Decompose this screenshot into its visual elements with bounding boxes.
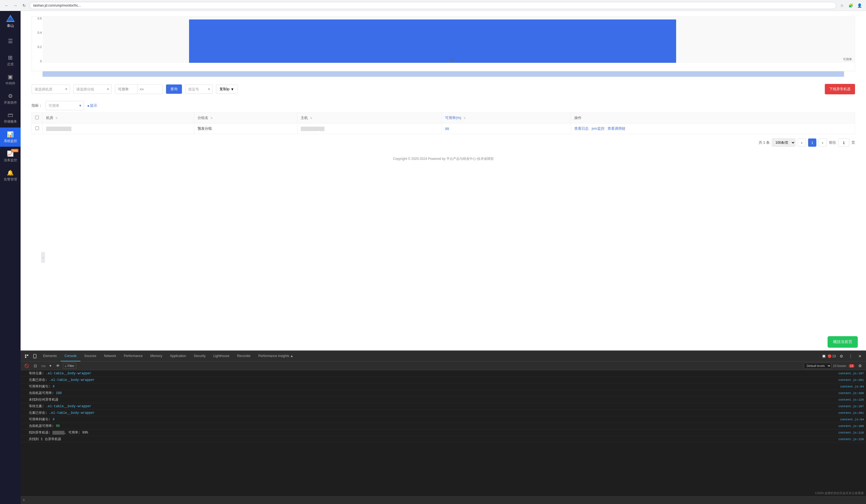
table-row: ██████████ 预发分组 ███████ ██ 99: [32, 123, 855, 134]
sidebar-item-devtools[interactable]: ⚙ 开发组件: [0, 89, 21, 108]
tab-network[interactable]: Network: [100, 351, 120, 362]
page-size-select[interactable]: 100条/页: [772, 138, 796, 147]
log-text-11: 共找到 1 台异常机器: [29, 437, 836, 442]
log-source-2[interactable]: content.js:201: [839, 378, 864, 382]
log-line-4: 当前机器可用率: 100 content.js:108: [21, 390, 866, 397]
devtools-close-button[interactable]: ✕: [856, 352, 864, 360]
goto-page-input[interactable]: [838, 138, 849, 147]
query-button[interactable]: 查询: [166, 84, 182, 94]
log-line-2: 元素已存在: .el-table__body-wrapper content.j…: [21, 377, 866, 383]
summary-button[interactable]: 概括当前页: [828, 336, 858, 348]
tab-elements[interactable]: Elements: [39, 351, 60, 362]
goto-label: 前往: [829, 140, 836, 145]
log-source-8[interactable]: content.js:94: [840, 418, 864, 421]
chart-scrollbar[interactable]: [43, 71, 844, 77]
tab-console[interactable]: Console: [60, 351, 80, 362]
view-trace-link[interactable]: 查看调用链: [608, 126, 625, 130]
filter-button[interactable]: ⏚ Filter: [63, 363, 76, 369]
group-select[interactable]: 请选择分组: [73, 84, 112, 94]
log-source-11[interactable]: content.js:128: [839, 438, 864, 441]
console-input[interactable]: [25, 499, 864, 502]
metrics-select-wrapper: 可用率 ▼: [46, 101, 84, 110]
tab-perf-insights[interactable]: Performance insights ▲: [254, 351, 297, 362]
back-button[interactable]: ←: [3, 2, 10, 9]
hint-button[interactable]: ● 提示: [87, 102, 97, 110]
tab-recorder[interactable]: Recorder: [233, 351, 254, 362]
row-checkbox[interactable]: [35, 126, 39, 130]
sidebar-item-bizmon[interactable]: 📈 业务监控 Beta: [0, 147, 21, 166]
console-bottom: >: [21, 496, 866, 504]
log-source-1[interactable]: content.js:197: [839, 372, 864, 375]
log-source-10[interactable]: content.js:116: [839, 431, 864, 434]
log-source-4[interactable]: content.js:108: [839, 392, 864, 395]
tab-lighthouse[interactable]: Lighthouse: [209, 351, 233, 362]
forward-button[interactable]: →: [12, 2, 19, 9]
page-label: 页: [852, 140, 855, 145]
extensions-button[interactable]: 🧩: [847, 2, 854, 9]
log-source-5[interactable]: content.js:126: [839, 398, 864, 401]
menu-icon: ☰: [8, 38, 13, 44]
log-text-2: 元素已存在: .el-table__body-wrapper: [29, 378, 836, 382]
row-datacenter-cell: ██████████: [43, 123, 194, 134]
log-source-9[interactable]: content.js:108: [839, 424, 864, 428]
sidebar-item-menu[interactable]: ☰: [0, 32, 21, 51]
refresh-button[interactable]: ↻: [21, 2, 27, 9]
select-all-checkbox[interactable]: [35, 116, 39, 119]
datacenter-select[interactable]: 请选择机房: [32, 84, 70, 94]
devtools-settings-button[interactable]: ⚙: [837, 352, 845, 360]
copy-ip-button[interactable]: 复制ip ▼: [216, 84, 237, 94]
toggle-drawer-button[interactable]: ⊡: [32, 362, 39, 370]
sidebar-item-overview[interactable]: ⊞ 总览: [0, 51, 21, 70]
clear-console-button[interactable]: 🚫: [23, 362, 31, 370]
devtools-more-button[interactable]: ⋮: [847, 352, 854, 360]
metrics-select[interactable]: 可用率: [46, 101, 84, 110]
inspect-element-button[interactable]: [23, 352, 31, 360]
availability-sort-icon[interactable]: ⇅: [464, 116, 466, 119]
host-sort-icon[interactable]: ⇅: [310, 116, 312, 119]
profile-button[interactable]: 👤: [856, 2, 863, 9]
sidebar-item-storage[interactable]: 🗃 存储服务: [0, 108, 21, 127]
log-source-7[interactable]: content.js:201: [839, 411, 864, 415]
main-content: 0.6 0.4 0.2 0 可用率 100: [21, 11, 866, 351]
device-toolbar-button[interactable]: [31, 352, 39, 360]
sidebar-item-middleware[interactable]: ▣ 中间件: [0, 70, 21, 89]
current-page-button[interactable]: 1: [808, 138, 816, 147]
offline-button[interactable]: 下线异常机器: [825, 84, 855, 94]
metrics-label: 指标：: [32, 103, 42, 108]
tab-application[interactable]: Application: [166, 351, 190, 362]
log-level-select[interactable]: Default levels: [804, 363, 831, 369]
console-settings-button[interactable]: ⚙: [856, 362, 864, 370]
tab-security[interactable]: Security: [190, 351, 209, 362]
bizmon-label: 业务监控: [4, 158, 17, 163]
log-line-3: 可用率列索引: 4 content.js:94: [21, 383, 866, 390]
sort-select[interactable]: 按逗号: [185, 84, 213, 94]
sidebar-item-alert[interactable]: 🔔 告警管理: [0, 166, 21, 185]
copy-expand-icon: ▼: [231, 87, 234, 91]
metric-input[interactable]: [115, 84, 137, 94]
devtools-icon: ⚙: [8, 93, 13, 99]
middleware-icon: ▣: [8, 73, 13, 80]
filter-icon: ⏚: [65, 364, 67, 367]
address-bar[interactable]: taishan.jd.com/ump/monitor/hc...: [30, 2, 836, 9]
prev-page-button[interactable]: ‹: [798, 138, 806, 147]
sidebar-item-sysmon[interactable]: 📊 系统监控: [0, 127, 21, 147]
group-sort-icon[interactable]: ⇅: [210, 116, 213, 119]
tab-sources[interactable]: Sources: [80, 351, 100, 362]
log-text-4: 当前机器可用率: 100: [29, 391, 836, 396]
sidebar-toggle[interactable]: ‹: [41, 252, 45, 263]
row-host-cell: ███████ ██: [297, 123, 442, 134]
next-page-button[interactable]: ›: [819, 138, 827, 147]
metric-value-input[interactable]: [146, 84, 163, 94]
tab-memory[interactable]: Memory: [146, 351, 166, 362]
log-source-6[interactable]: content.js:197: [839, 405, 864, 408]
svg-rect-3: [27, 355, 28, 356]
tab-performance[interactable]: Performance: [120, 351, 146, 362]
svg-rect-2: [25, 355, 26, 356]
view-log-link[interactable]: 查看日志: [574, 126, 589, 130]
log-source-3[interactable]: content.js:94: [840, 385, 864, 388]
eye-button[interactable]: 👁: [54, 362, 62, 370]
jvm-monitor-link[interactable]: jvm监控: [592, 126, 604, 130]
bookmark-button[interactable]: ☆: [839, 2, 845, 9]
datacenter-sort-icon[interactable]: ⇅: [55, 116, 58, 119]
sysmon-label: 系统监控: [4, 139, 17, 144]
